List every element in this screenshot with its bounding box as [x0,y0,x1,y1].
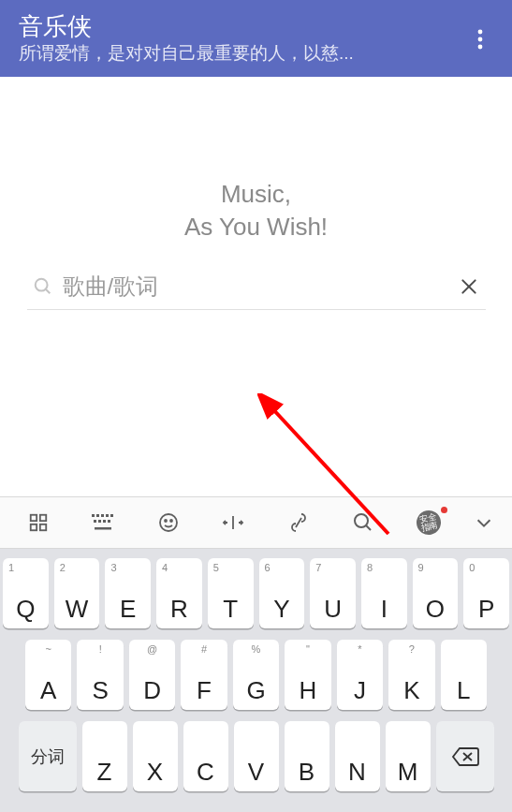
key-label: W [66,597,89,621]
toolbar-safety-button[interactable]: 安全 指南 [396,497,461,548]
key-label: K [403,678,419,702]
key-label: L [457,678,470,702]
key-D[interactable]: @D [129,640,175,710]
svg-point-22 [160,514,177,531]
soft-keyboard: 1Q2W3E4R5T6Y7U8I9O0P ~A!S@D#F%G"H*J?KL 分… [0,549,512,812]
key-F[interactable]: #F [181,640,227,710]
key-U[interactable]: 7U [310,558,356,628]
key-label: R [170,597,188,621]
key-X[interactable]: X [133,721,178,791]
slogan-line-1: Music, [184,178,328,211]
toolbar-clipboard-button[interactable] [266,497,330,548]
key-I[interactable]: 8I [361,558,407,628]
key-superscript: * [358,643,361,655]
key-J[interactable]: *J [337,640,383,710]
svg-rect-9 [40,515,46,521]
more-vert-icon [477,28,483,51]
toolbar-collapse-button[interactable] [461,497,506,548]
key-label: H [300,678,317,702]
toolbar-emoji-button[interactable] [136,497,200,548]
key-label: C [197,760,214,784]
svg-rect-8 [30,515,36,521]
key-P[interactable]: 0P [463,558,509,628]
key-W[interactable]: 2W [54,558,100,628]
key-Q[interactable]: 1Q [3,558,49,628]
key-Z[interactable]: Z [82,721,127,791]
key-E[interactable]: 3E [105,558,151,628]
text-cursor-icon [222,511,244,534]
key-label: S [93,678,109,702]
key-A[interactable]: ~A [25,640,71,710]
toolbar-search-button[interactable] [330,497,395,548]
segment-key[interactable]: 分词 [19,721,77,791]
slogan-text: Music, As You Wish! [184,178,328,244]
svg-rect-15 [106,514,109,517]
key-superscript: " [306,643,310,655]
key-superscript: 6 [265,562,271,573]
toolbar-grid-button[interactable] [6,497,70,548]
key-O[interactable]: 9O [413,558,459,628]
key-superscript: 0 [469,562,475,573]
svg-rect-13 [96,514,99,517]
svg-rect-18 [98,520,101,523]
emoji-icon [157,511,180,534]
slogan-line-2: As You Wish! [184,211,328,244]
key-label: V [248,760,264,784]
key-R[interactable]: 4R [156,558,202,628]
svg-point-23 [165,520,167,522]
key-superscript: 5 [213,562,219,573]
toolbar-keyboard-button[interactable] [70,497,135,548]
key-superscript: ! [99,643,102,655]
notification-dot [441,507,447,513]
close-icon [460,277,478,296]
app-subtitle: 所谓爱情，是对对自己最重要的人，以慈... [19,41,463,66]
clear-search-button[interactable] [452,270,486,303]
keyboard-switch-icon [91,512,115,533]
search-field-row [27,270,486,310]
svg-rect-11 [40,524,46,530]
backspace-icon [451,746,479,767]
key-T[interactable]: 5T [208,558,254,628]
key-label: M [398,760,418,784]
svg-rect-16 [110,514,113,517]
toolbar-cursor-button[interactable] [200,497,265,548]
grid-icon [28,512,49,533]
key-superscript: # [201,643,207,655]
key-superscript: 4 [162,562,168,573]
key-H[interactable]: "H [285,640,330,710]
key-label: Z [97,760,112,784]
backspace-key[interactable] [436,721,494,791]
key-superscript: 2 [60,562,66,573]
key-K[interactable]: ?K [388,640,434,710]
clipboard-icon [287,511,310,534]
key-superscript: 9 [418,562,424,573]
key-superscript: 7 [315,562,321,573]
key-L[interactable]: L [441,640,487,710]
search-icon [352,511,374,534]
key-M[interactable]: M [386,721,431,791]
keyboard-toolbar: 安全 指南 [0,496,512,549]
overflow-menu-button[interactable] [463,17,497,62]
search-icon [33,276,53,297]
key-G[interactable]: %G [233,640,279,710]
svg-rect-10 [30,524,36,530]
key-N[interactable]: N [335,721,380,791]
key-Y[interactable]: 6Y [259,558,305,628]
chevron-down-icon [474,512,494,533]
key-B[interactable]: B [285,721,329,791]
header-text-block: 音乐侠 所谓爱情，是对对自己最重要的人，以慈... [19,12,463,66]
svg-line-27 [366,525,371,530]
key-label: A [40,678,56,702]
svg-point-2 [478,45,483,50]
key-label: J [354,678,366,702]
key-superscript: ? [409,643,415,655]
key-V[interactable]: V [234,721,279,791]
svg-rect-17 [94,520,96,523]
key-S[interactable]: !S [77,640,123,710]
svg-rect-21 [95,527,111,530]
search-input[interactable] [63,273,452,300]
keyboard-row-1: 1Q2W3E4R5T6Y7U8I9O0P [3,558,509,628]
key-C[interactable]: C [183,721,228,791]
key-superscript: 1 [8,562,14,573]
key-label: Y [273,597,289,621]
